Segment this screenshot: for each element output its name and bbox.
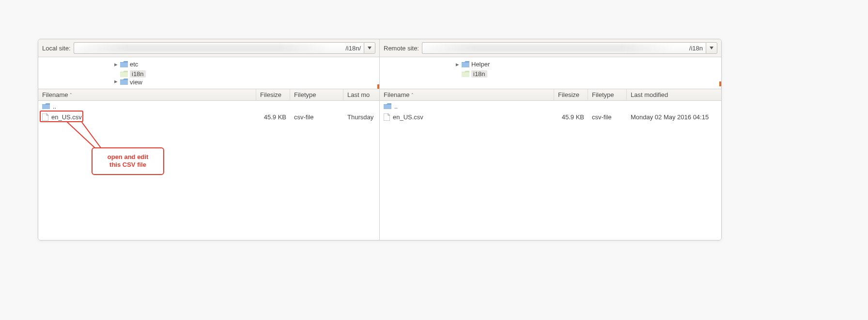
col-label: Filesize (260, 91, 281, 98)
col-label: Filetype (592, 91, 614, 98)
folder-icon (462, 71, 469, 77)
list-item-file[interactable]: en_US.csv 45.9 KB csv-file Thursday (38, 112, 379, 122)
col-header-modified[interactable]: Last modified (627, 89, 721, 100)
remote-file-list[interactable]: .. en_US.csv 45.9 KB csv-file Monday 02 … (380, 101, 721, 240)
col-header-filename[interactable]: Filename ˄ (380, 89, 554, 100)
folder-icon (42, 103, 50, 109)
filesize: 45.9 KB (554, 113, 588, 121)
file-modified: Thursday (343, 113, 379, 121)
chevron-down-icon (368, 47, 372, 49)
svg-rect-1 (120, 72, 128, 77)
tree-label: i18n (130, 70, 146, 78)
folder-icon (120, 79, 128, 85)
col-label: Last modified (631, 91, 668, 98)
folder-icon (384, 103, 391, 109)
expand-icon[interactable]: ▸ (113, 79, 118, 83)
remote-path-dropdown-button[interactable] (706, 42, 717, 54)
remote-site-label: Remote site: (384, 45, 419, 52)
file-icon (384, 113, 390, 121)
expand-icon[interactable]: ▸ (455, 62, 460, 66)
local-pane: Local site: /i18n/ ▸ etc ▸ i18n (38, 39, 380, 240)
remote-address-bar: Remote site: /i18n (380, 39, 721, 57)
redacted-path (76, 44, 330, 52)
filename: en_US.csv (393, 113, 423, 121)
tree-item-i18n[interactable]: ▸ i18n (38, 69, 379, 79)
file-modified: Monday 02 May 2016 04:15 (627, 113, 721, 121)
local-file-list[interactable]: .. en_US.csv 45.9 KB csv-file Thursday o… (38, 101, 379, 240)
tree-item-etc[interactable]: ▸ etc (38, 59, 379, 69)
local-column-headers: Filename ˄ Filesize Filetype Last mo (38, 89, 379, 101)
col-label: Filesize (558, 91, 579, 98)
col-label: Filename (384, 91, 409, 98)
annotation-callout: open and edit this CSV file (92, 147, 164, 175)
folder-icon (462, 61, 469, 67)
local-path-tail: /i18n/ (345, 45, 361, 52)
svg-rect-3 (42, 105, 50, 109)
tree-label: etc (130, 61, 138, 68)
list-item-file[interactable]: en_US.csv 45.9 KB csv-file Monday 02 May… (380, 112, 721, 122)
svg-rect-8 (384, 105, 391, 109)
local-address-bar: Local site: /i18n/ (38, 39, 379, 57)
col-header-modified[interactable]: Last mo (343, 89, 379, 100)
tree-item-helper[interactable]: ▸ Helper (380, 59, 721, 69)
tree-label: view (130, 79, 142, 85)
svg-rect-7 (462, 72, 469, 77)
svg-rect-2 (120, 80, 128, 85)
filename: .. (394, 103, 398, 110)
scroll-indicator (719, 81, 721, 86)
filename: en_US.csv (51, 113, 82, 121)
filename: .. (53, 103, 56, 110)
svg-rect-0 (120, 63, 128, 67)
filesize: 45.9 KB (256, 113, 290, 121)
svg-line-4 (82, 122, 101, 148)
col-label: Last mo (347, 91, 370, 98)
list-item-parent[interactable]: .. (380, 101, 721, 112)
local-path-input[interactable]: /i18n/ (74, 42, 364, 54)
chevron-down-icon (710, 47, 713, 49)
sort-asc-icon: ˄ (411, 93, 414, 97)
remote-tree[interactable]: ▸ Helper ▸ i18n (380, 57, 721, 89)
col-header-filename[interactable]: Filename ˄ (38, 89, 256, 100)
remote-path-tail: /i18n (689, 45, 703, 52)
col-label: Filename (42, 91, 68, 98)
tree-label: Helper (471, 61, 490, 68)
local-site-label: Local site: (42, 45, 71, 52)
col-header-filesize[interactable]: Filesize (256, 89, 290, 100)
redacted-path (424, 44, 672, 52)
tree-item-view[interactable]: ▸ view (38, 79, 379, 85)
file-icon (42, 113, 48, 121)
col-header-filetype[interactable]: Filetype (588, 89, 627, 100)
filetype: csv-file (290, 113, 343, 121)
expand-icon[interactable]: ▸ (113, 62, 118, 66)
remote-path-combo[interactable]: /i18n (422, 42, 717, 54)
remote-pane: Remote site: /i18n ▸ Helper ▸ i18n (380, 39, 721, 240)
annotation-text: open and edit (108, 153, 149, 160)
remote-path-input[interactable]: /i18n (422, 42, 706, 54)
remote-column-headers: Filename ˄ Filesize Filetype Last modifi… (380, 89, 721, 101)
col-header-filesize[interactable]: Filesize (554, 89, 588, 100)
annotation-text: this CSV file (109, 161, 146, 168)
sort-asc-icon: ˄ (70, 93, 72, 97)
tree-item-i18n[interactable]: ▸ i18n (380, 69, 721, 79)
svg-line-5 (67, 122, 95, 148)
folder-icon (120, 71, 128, 77)
folder-icon (120, 61, 128, 67)
local-path-combo[interactable]: /i18n/ (74, 42, 375, 54)
filetype: csv-file (588, 113, 627, 121)
tree-label: i18n (471, 70, 487, 78)
svg-rect-6 (462, 63, 469, 67)
local-path-dropdown-button[interactable] (364, 42, 375, 54)
local-tree[interactable]: ▸ etc ▸ i18n ▸ view (38, 57, 379, 89)
col-label: Filetype (294, 91, 316, 98)
ftp-window: Local site: /i18n/ ▸ etc ▸ i18n (38, 39, 722, 240)
scroll-indicator (377, 84, 379, 89)
list-item-parent[interactable]: .. (38, 101, 379, 112)
col-header-filetype[interactable]: Filetype (290, 89, 343, 100)
